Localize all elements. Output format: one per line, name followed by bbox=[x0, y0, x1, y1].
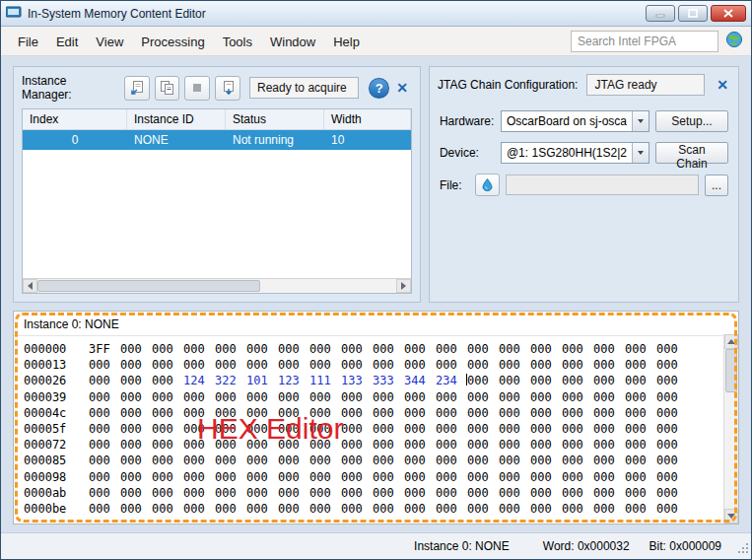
hex-word[interactable]: 000 bbox=[183, 389, 205, 405]
scroll-left-arrow[interactable] bbox=[23, 279, 37, 293]
hex-word[interactable]: 000 bbox=[593, 453, 615, 468]
scroll-up-arrow[interactable] bbox=[724, 334, 738, 349]
hex-word[interactable]: 000 bbox=[246, 389, 268, 405]
hex-word[interactable]: 000 bbox=[467, 357, 489, 373]
hex-word[interactable]: 000 bbox=[89, 453, 110, 468]
help-button[interactable]: ? bbox=[369, 78, 389, 99]
stop-button[interactable] bbox=[184, 76, 210, 101]
hex-word[interactable]: 000 bbox=[467, 469, 489, 485]
hex-word[interactable]: 111 bbox=[309, 373, 331, 388]
hex-word[interactable]: 000 bbox=[593, 501, 615, 517]
hex-word[interactable]: 3FF bbox=[89, 341, 110, 357]
hex-word[interactable]: 000 bbox=[499, 357, 520, 373]
hex-word[interactable]: 000 bbox=[309, 421, 331, 437]
hex-word[interactable]: 000 bbox=[373, 405, 394, 421]
file-icon[interactable] bbox=[475, 174, 500, 196]
hex-word[interactable]: 000 bbox=[530, 405, 552, 421]
hex-word[interactable]: 000 bbox=[152, 421, 173, 437]
hex-word[interactable]: 000 bbox=[183, 357, 205, 373]
hex-word[interactable]: 000 bbox=[120, 469, 142, 485]
hex-word[interactable]: 000 bbox=[215, 437, 237, 453]
vscroll-thumb[interactable] bbox=[725, 349, 737, 392]
menu-tools[interactable]: Tools bbox=[214, 30, 261, 54]
hex-word[interactable]: 000 bbox=[120, 437, 142, 453]
hex-word[interactable]: 000 bbox=[530, 373, 552, 388]
hex-word[interactable]: 000 bbox=[436, 469, 457, 485]
hex-word[interactable]: 000 bbox=[593, 389, 615, 405]
hex-word[interactable]: 000 bbox=[656, 405, 678, 421]
menu-window[interactable]: Window bbox=[261, 30, 324, 54]
hex-word[interactable]: 000 bbox=[656, 485, 678, 501]
hex-word[interactable]: 000 bbox=[467, 437, 489, 453]
hex-word[interactable]: 000 bbox=[309, 437, 331, 453]
hex-word[interactable]: 000 bbox=[183, 469, 205, 485]
hex-word[interactable]: 133 bbox=[341, 373, 363, 388]
hex-word[interactable]: 000 bbox=[341, 405, 363, 421]
hex-word[interactable]: 000 bbox=[341, 357, 363, 373]
hex-word[interactable]: 000 bbox=[215, 357, 237, 373]
instance-row[interactable]: 0NONENot running10 bbox=[23, 130, 411, 150]
hex-word[interactable]: 000 bbox=[152, 501, 173, 517]
hex-word[interactable]: 000 bbox=[530, 485, 552, 501]
menu-processing[interactable]: Processing bbox=[132, 30, 213, 54]
hex-word[interactable]: 000 bbox=[152, 453, 173, 468]
hex-word[interactable]: 000 bbox=[530, 341, 552, 357]
hex-word[interactable]: 000 bbox=[625, 437, 647, 453]
hex-word[interactable]: 000 bbox=[373, 437, 394, 453]
hex-word[interactable]: 000 bbox=[404, 469, 426, 485]
scan-chain-button[interactable]: Scan Chain bbox=[655, 142, 728, 164]
hex-word[interactable]: 000 bbox=[89, 405, 110, 421]
hex-word[interactable]: 000 bbox=[593, 421, 615, 437]
hex-word[interactable]: 000 bbox=[309, 485, 331, 501]
hex-word[interactable]: 000 bbox=[499, 405, 520, 421]
close-button[interactable] bbox=[711, 5, 746, 22]
hex-word[interactable]: 000 bbox=[152, 389, 173, 405]
hex-word[interactable]: 000 bbox=[562, 437, 583, 453]
hex-word[interactable]: 000 bbox=[89, 501, 110, 517]
hex-word[interactable]: 000 bbox=[499, 421, 520, 437]
hex-word[interactable]: 000 bbox=[530, 501, 552, 517]
menu-file[interactable]: File bbox=[9, 30, 47, 54]
hex-word[interactable]: 000 bbox=[309, 389, 331, 405]
hex-word[interactable]: 234 bbox=[436, 373, 457, 388]
hex-word[interactable]: 000 bbox=[89, 437, 110, 453]
hex-word[interactable]: 000 bbox=[152, 437, 173, 453]
hex-word[interactable]: 000 bbox=[373, 469, 394, 485]
hex-word[interactable]: 000 bbox=[436, 485, 457, 501]
device-dropdown-arrow-icon[interactable] bbox=[632, 143, 649, 163]
hex-word[interactable]: 000 bbox=[183, 485, 205, 501]
hex-word[interactable]: 000 bbox=[152, 485, 173, 501]
hex-word[interactable]: 000 bbox=[593, 469, 615, 485]
hex-word[interactable]: 124 bbox=[183, 373, 205, 388]
hex-word[interactable]: 000 bbox=[562, 469, 583, 485]
hex-word[interactable]: 344 bbox=[404, 373, 426, 388]
hex-word[interactable]: 000 bbox=[530, 469, 552, 485]
hex-word[interactable]: 000 bbox=[593, 357, 615, 373]
hex-word[interactable]: 000 bbox=[341, 469, 363, 485]
hex-word[interactable]: 000 bbox=[530, 389, 552, 405]
hex-word[interactable]: 000 bbox=[404, 405, 426, 421]
instance-manager-close-icon[interactable]: ✕ bbox=[394, 80, 410, 96]
hex-word[interactable]: 000 bbox=[593, 485, 615, 501]
hex-word[interactable]: 000 bbox=[278, 485, 300, 501]
continuous-read-button[interactable] bbox=[155, 76, 180, 101]
hex-word[interactable]: 000 bbox=[89, 373, 110, 388]
hex-word[interactable]: 000 bbox=[467, 341, 489, 357]
hex-word[interactable]: 000 bbox=[593, 373, 615, 388]
scroll-down-arrow[interactable] bbox=[724, 509, 738, 524]
hex-word[interactable]: 000 bbox=[404, 437, 426, 453]
hex-word[interactable]: 000 bbox=[278, 437, 300, 453]
hex-word[interactable]: 000 bbox=[120, 389, 142, 405]
hex-word[interactable]: 000 bbox=[341, 437, 363, 453]
hex-word[interactable]: 000 bbox=[246, 501, 268, 517]
hex-word[interactable]: 000 bbox=[183, 501, 205, 517]
hex-word[interactable]: 000 bbox=[499, 501, 520, 517]
hex-word[interactable]: 000 bbox=[152, 405, 173, 421]
hex-word[interactable]: 000 bbox=[215, 405, 237, 421]
hex-word[interactable]: 000 bbox=[562, 405, 583, 421]
column-header-index[interactable]: Index bbox=[23, 109, 127, 129]
hex-word[interactable]: 000 bbox=[89, 485, 110, 501]
hex-word[interactable]: 000 bbox=[152, 357, 173, 373]
hex-word[interactable]: 000 bbox=[404, 389, 426, 405]
browse-button[interactable]: ... bbox=[705, 175, 728, 196]
